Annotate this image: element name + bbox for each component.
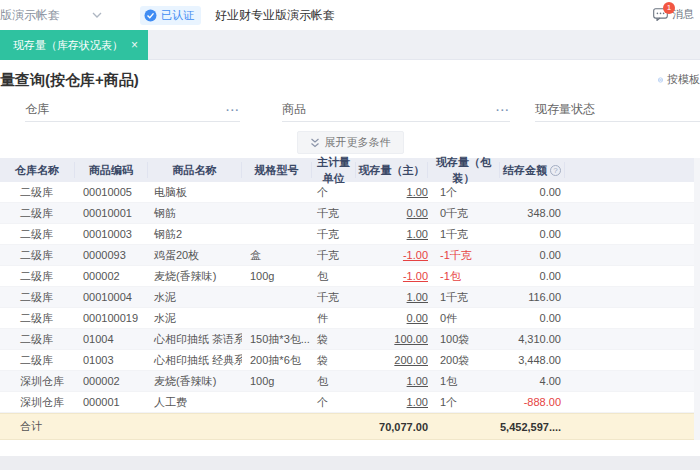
warehouse-picker-icon[interactable]: ··· [226, 104, 240, 116]
table-row[interactable]: 深圳仓库000001人工费个1.001个-888.00 [0, 392, 700, 413]
cell-warehouse: 二级库 [0, 227, 75, 242]
table-total-row: 合计 70,077.00 5,452,597.... [0, 413, 700, 440]
cell-qty-main-link[interactable]: -1.00 [356, 249, 428, 261]
bottom-pagination-strip [0, 456, 700, 470]
cell-qty-pack: 200袋 [428, 353, 500, 368]
product-picker-icon[interactable]: ··· [496, 104, 510, 116]
template-icon [658, 74, 663, 86]
cell-product-name: 钢筋2 [148, 227, 242, 242]
cell-main-unit: 包 [312, 374, 356, 389]
top-bar: 好业财专业版演示帐套 已认证 好业财专业版演示帐套 1 消息 [0, 0, 700, 30]
cell-spec-model: 100g [242, 270, 312, 282]
cell-product-name: 麦烧(香辣味) [148, 374, 242, 389]
cell-product-name: 鸡蛋20枚 [148, 248, 242, 263]
table-row[interactable]: 二级库00010005电脑板个1.001个0.00 [0, 182, 700, 203]
cell-main-unit: 千克 [312, 290, 356, 305]
tab-bar: 现存量（库存状况表） × [0, 30, 700, 60]
column-header-label: 现存量（包装） [428, 154, 499, 186]
chevron-down-icon[interactable] [92, 12, 102, 18]
column-header-label: 商品名称 [173, 162, 217, 178]
cell-main-unit: 包 [312, 269, 356, 284]
message-bubble-icon: 1 [653, 8, 668, 21]
cell-warehouse: 二级库 [0, 206, 75, 221]
cell-qty-main-link[interactable]: 100.00 [356, 333, 428, 345]
column-header-4[interactable]: 主计量单位 [312, 162, 356, 178]
cell-qty-main-link[interactable]: 1.00 [356, 375, 428, 387]
table-header-row: 仓库名称商品编码商品名称规格型号主计量单位现存量（主）现存量（包装）结存金额? [0, 158, 700, 182]
cell-product-code: 00010004 [75, 291, 148, 303]
cell-qty-main-link[interactable]: 1.00 [356, 291, 428, 303]
messages-button[interactable]: 1 消息 [653, 7, 694, 22]
table-scrollbar[interactable] [694, 158, 700, 440]
product-filter-input[interactable]: 商品 ··· [282, 98, 510, 122]
expand-more-conditions-button[interactable]: 展开更多条件 [297, 131, 404, 154]
stock-status-filter-label: 现存量状态 [535, 101, 595, 118]
template-button-label: 按模板 [667, 72, 700, 87]
cell-spec-model: 盒 [242, 248, 312, 263]
cell-warehouse: 二级库 [0, 311, 75, 326]
cell-qty-main-link[interactable]: 1.00 [356, 228, 428, 240]
cell-warehouse: 深圳仓库 [0, 395, 75, 410]
help-icon[interactable]: ? [550, 165, 561, 176]
cell-qty-main-link[interactable]: -1.00 [356, 270, 428, 282]
close-icon[interactable]: × [131, 38, 138, 52]
column-header-2[interactable]: 商品名称 [148, 162, 242, 178]
column-header-6[interactable]: 现存量（包装） [428, 162, 500, 178]
cell-warehouse: 二级库 [0, 269, 75, 284]
page-header: 现存量查询(按仓库+商品) 按模板 [0, 60, 700, 98]
table-row[interactable]: 二级库01004心相印抽纸 茶语系列 ...150抽*3包...袋100.001… [0, 329, 700, 350]
cell-qty-main-link[interactable]: 200.00 [356, 354, 428, 366]
total-amount: 5,452,597.... [500, 421, 565, 433]
cell-qty-main-link[interactable]: 0.00 [356, 207, 428, 219]
stock-status-filter-input[interactable]: 现存量状态 [535, 98, 700, 122]
column-header-0[interactable]: 仓库名称 [0, 162, 75, 178]
cell-warehouse: 二级库 [0, 185, 75, 200]
cell-balance-amount: 3,448.00 [500, 354, 565, 366]
table-row[interactable]: 二级库00010004水泥千克1.001千克116.00 [0, 287, 700, 308]
filter-bar: 仓库 ··· 商品 ··· 现存量状态 [0, 98, 700, 128]
cell-qty-main-link[interactable]: 1.00 [356, 396, 428, 408]
column-header-5[interactable]: 现存量（主） [356, 162, 428, 178]
cell-warehouse: 二级库 [0, 353, 75, 368]
certified-seal-icon [144, 9, 157, 22]
table-row[interactable]: 二级库000100019水泥件0.000件0.00 [0, 308, 700, 329]
table-row[interactable]: 深圳仓库000002麦烧(香辣味)100g包1.001包4.00 [0, 371, 700, 392]
cell-balance-amount: 0.00 [500, 186, 565, 198]
cell-qty-pack: 1千克 [428, 290, 500, 305]
cell-main-unit: 袋 [312, 332, 356, 347]
cell-balance-amount: 4,310.00 [500, 333, 565, 345]
cell-spec-model: 150抽*3包... [242, 332, 312, 347]
message-count-badge: 1 [663, 2, 675, 14]
table-row[interactable]: 二级库0000093鸡蛋20枚盒千克-1.00-1千克0.00 [0, 245, 700, 266]
column-header-filler [565, 162, 700, 178]
column-header-label: 仓库名称 [15, 162, 59, 178]
total-label: 合计 [0, 419, 75, 434]
table-row[interactable]: 二级库00010003钢筋2千克1.001千克0.00 [0, 224, 700, 245]
warehouse-filter-input[interactable]: 仓库 ··· [25, 98, 240, 122]
warehouse-filter-label: 仓库 [25, 101, 49, 118]
cell-qty-pack: 0千克 [428, 206, 500, 221]
account-selector[interactable]: 好业财专业版演示帐套 [0, 7, 62, 24]
cell-product-code: 000002 [75, 270, 148, 282]
stock-table: 仓库名称商品编码商品名称规格型号主计量单位现存量（主）现存量（包装）结存金额? … [0, 158, 700, 440]
verified-badge-label: 已认证 [161, 8, 194, 23]
table-row[interactable]: 二级库000002麦烧(香辣味)100g包-1.00-1包0.00 [0, 266, 700, 287]
column-header-7[interactable]: 结存金额? [500, 162, 565, 178]
cell-qty-main-link[interactable]: 1.00 [356, 186, 428, 198]
cell-qty-main-link[interactable]: 0.00 [356, 312, 428, 324]
table-row[interactable]: 二级库01003心相印抽纸 经典系列200抽*6包袋200.00200袋3,44… [0, 350, 700, 371]
column-header-1[interactable]: 商品编码 [75, 162, 148, 178]
cell-qty-pack: 100袋 [428, 332, 500, 347]
cell-main-unit: 个 [312, 395, 356, 410]
cell-product-name: 人工费 [148, 395, 242, 410]
cell-product-code: 01003 [75, 354, 148, 366]
cell-main-unit: 千克 [312, 206, 356, 221]
cell-product-name: 水泥 [148, 290, 242, 305]
tab-label: 现存量（库存状况表） [13, 38, 123, 53]
table-row[interactable]: 二级库00010001钢筋千克0.000千克348.00 [0, 203, 700, 224]
column-header-3[interactable]: 规格型号 [242, 162, 312, 178]
cell-product-code: 00010001 [75, 207, 148, 219]
tab-current-stock[interactable]: 现存量（库存状况表） × [0, 30, 148, 60]
cell-balance-amount: 0.00 [500, 270, 565, 282]
template-button[interactable]: 按模板 [658, 72, 700, 87]
